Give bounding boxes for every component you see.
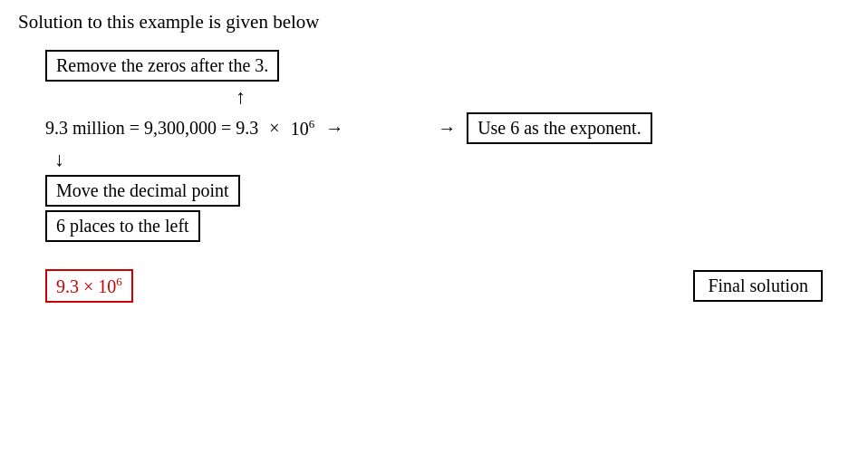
move-decimal-box: Move the decimal point — [45, 175, 240, 207]
arrow-up-icon: ↑ — [236, 85, 246, 108]
times-symbol: × — [269, 118, 279, 139]
exponent: 6 — [309, 117, 315, 130]
final-exp: 6 — [116, 275, 122, 288]
remove-zeros-box: Remove the zeros after the 3. — [45, 50, 279, 82]
final-solution-box: Final solution — [693, 270, 823, 302]
arrow-right-1: → — [325, 118, 343, 139]
content-area: Remove the zeros after the 3. ↑ 9.3 mill… — [18, 50, 850, 303]
arrow-down-row: ↓ — [45, 148, 850, 171]
equation-part1: 9.3 million = 9,300,000 = 9.3 — [45, 118, 258, 139]
final-row: 9.3 × 106 Final solution — [45, 269, 823, 303]
final-answer-box: 9.3 × 106 — [45, 269, 133, 303]
final-times: × — [83, 276, 93, 296]
base-number: 106 — [291, 117, 315, 140]
move-decimal-row: Move the decimal point — [45, 175, 850, 207]
places-box: 6 places to the left — [45, 210, 200, 242]
places-row: 6 places to the left — [45, 210, 850, 242]
arrow-down-icon: ↓ — [54, 148, 64, 170]
arrow-up-row: ↑ — [45, 85, 850, 109]
final-answer-text: 9.3 × 106 — [56, 276, 122, 296]
arrow-right-2: → — [438, 118, 456, 139]
page: Solution to this example is given below … — [0, 0, 868, 464]
remove-zeros-row: Remove the zeros after the 3. — [45, 50, 850, 82]
page-title: Solution to this example is given below — [18, 11, 850, 34]
equation-row: 9.3 million = 9,300,000 = 9.3 × 106 → → … — [45, 112, 850, 144]
use-exponent-box: Use 6 as the exponent. — [467, 112, 652, 144]
